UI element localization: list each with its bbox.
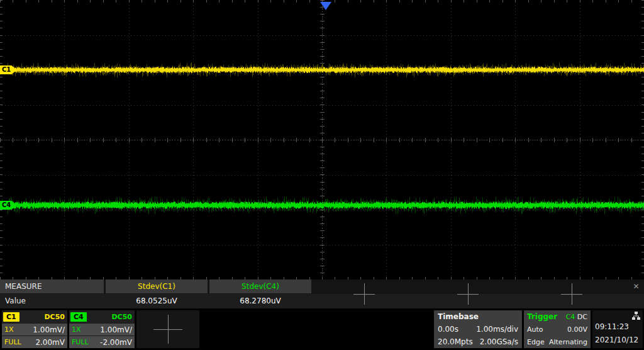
timebase-delay: 0.00s [438, 325, 458, 334]
channel-c4-box[interactable]: C4 DC50 1X 1.00mV/ FULL -2.00mV [69, 310, 135, 348]
timebase-delay-row: 0.00s 1.00ms/div [434, 323, 522, 336]
channel-c4-offset-row: FULL -2.00mV [69, 336, 135, 348]
trigger-source: C4 [566, 313, 575, 321]
channel-c4-scale: 1.00mV/ [100, 325, 132, 334]
channel-c1-box[interactable]: C1 DC50 1X 1.00mV/ FULL 2.00mV [2, 310, 67, 348]
timebase-sample-rate: 2.00GSa/s [480, 337, 518, 346]
trigger-source-coupling: C4 DC [566, 313, 587, 321]
oscilloscope-screen: C1 C4 MEASURE Stdev(C1) Stdev(C4) Value … [0, 0, 644, 350]
waveform-display[interactable]: C1 C4 [0, 0, 644, 279]
empty-channel-slot[interactable] [136, 310, 199, 348]
trigger-panel[interactable]: Trigger C4 DC Auto 0.00V Edge Alternatin… [524, 310, 591, 348]
measure-value-label: Value [0, 294, 104, 308]
clock-panel: 09:11:23 2021/10/12 [592, 310, 643, 348]
measure-value-stdev-c4: 68.2780uV [209, 294, 311, 308]
channel-c4-offset: -2.00mV [100, 338, 132, 347]
add-measurement-icon[interactable] [561, 283, 582, 305]
trigger-mode: Auto [527, 325, 543, 334]
timebase-title: Timebase [434, 310, 522, 323]
channel-c1-scale: 1.00mV/ [33, 325, 65, 334]
timebase-scale: 1.00ms/div [476, 325, 518, 334]
trigger-type-row: Edge Alternating [524, 336, 591, 348]
channel-c1-coupling: DC50 [44, 313, 65, 321]
trigger-mode-row: Auto 0.00V [524, 323, 591, 336]
close-icon[interactable]: ✕ [631, 282, 641, 291]
trigger-coupling: DC [577, 313, 587, 321]
waveform-canvas [0, 0, 644, 279]
channel-c4-header: C4 DC50 [69, 310, 135, 323]
channel-c1-offset-row: FULL 2.00mV [2, 336, 67, 348]
timebase-memory-row: 20.0Mpts 2.00GSa/s [434, 336, 522, 348]
channel-c1-attenuation: 1X [4, 325, 14, 334]
add-channel-icon [153, 315, 182, 344]
measure-title: MEASURE [0, 279, 104, 293]
measure-panel: MEASURE Stdev(C1) Stdev(C4) Value 68.052… [0, 279, 644, 308]
measure-column-stdev-c1[interactable]: Stdev(C1) [106, 279, 208, 293]
channel-c1-scale-row: 1X 1.00mV/ [2, 323, 67, 336]
timebase-panel[interactable]: Timebase 0.00s 1.00ms/div 20.0Mpts 2.00G… [434, 310, 522, 348]
measure-header-row: MEASURE Stdev(C1) Stdev(C4) [0, 279, 644, 293]
channel-c4-coupling: DC50 [111, 313, 132, 321]
clock-time: 09:11:23 [592, 320, 643, 334]
add-measurement-icon[interactable] [353, 283, 375, 305]
channel-c1-chip[interactable]: C1 [3, 312, 19, 322]
channel-c4-scale-row: 1X 1.00mV/ [69, 323, 135, 336]
measure-value-stdev-c1: 68.0525uV [106, 294, 208, 308]
channel-c4-attenuation: 1X [72, 325, 81, 334]
trigger-level: 0.00V [567, 325, 587, 334]
network-icon[interactable] [632, 312, 640, 320]
trigger-title: Trigger [527, 312, 557, 321]
add-measurement-icon[interactable] [457, 283, 479, 305]
channel-c1-header: C1 DC50 [2, 310, 67, 323]
trigger-type: Edge [527, 338, 545, 346]
clock-date: 2021/10/12 [592, 334, 643, 346]
trigger-header-row: Trigger C4 DC [524, 310, 591, 323]
timebase-points: 20.0Mpts [438, 337, 473, 346]
clock-icon-row [592, 310, 643, 320]
channel-c1-offset: 2.00mV [35, 338, 65, 347]
trigger-position-marker[interactable] [320, 2, 331, 10]
measure-value-row: Value 68.0525uV 68.2780uV [0, 294, 644, 308]
channel-c4-bandwidth: FULL [72, 338, 89, 346]
trigger-slope-mode: Alternating [549, 338, 587, 346]
measure-column-stdev-c4[interactable]: Stdev(C4) [209, 279, 311, 293]
channel-c4-chip[interactable]: C4 [70, 312, 87, 322]
status-bar: C1 DC50 1X 1.00mV/ FULL 2.00mV C4 DC50 1… [0, 308, 644, 350]
channel-c1-bandwidth: FULL [4, 338, 21, 346]
